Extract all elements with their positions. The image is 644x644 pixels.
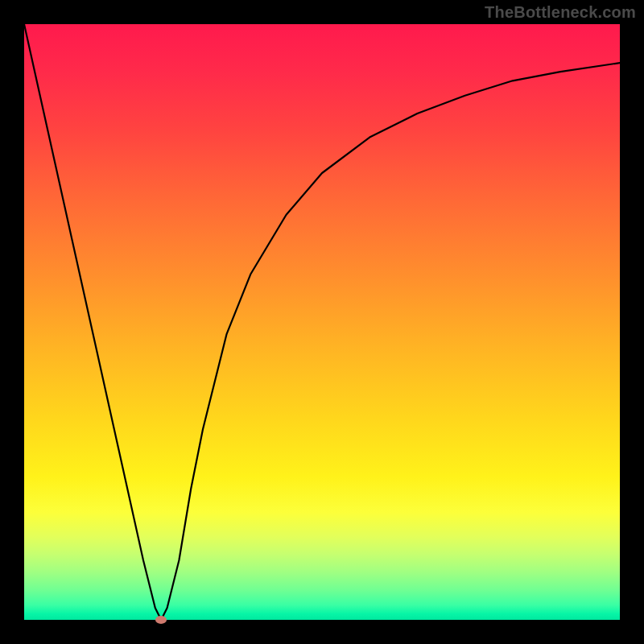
- watermark-text: TheBottleneck.com: [485, 3, 636, 22]
- plot-area: [24, 24, 620, 620]
- bottleneck-curve: [24, 24, 620, 620]
- chart-frame: TheBottleneck.com: [0, 0, 644, 644]
- curve-path: [24, 24, 620, 620]
- optimum-marker: [155, 616, 167, 624]
